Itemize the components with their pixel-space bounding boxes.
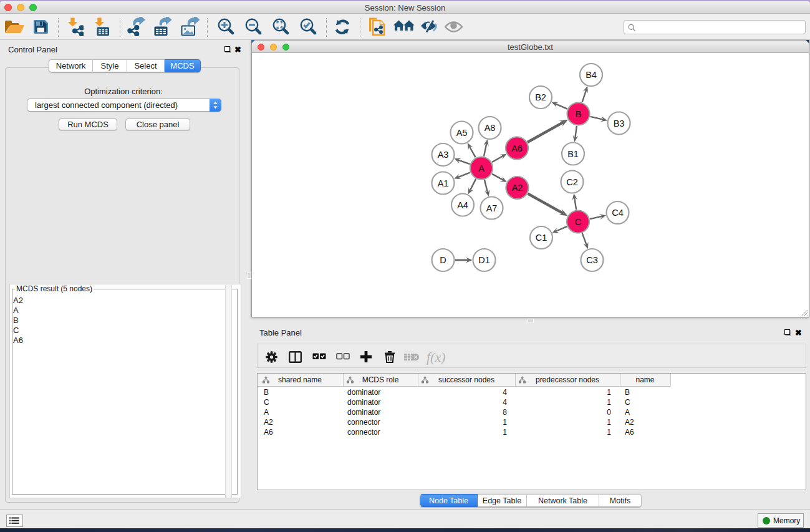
svg-text:C: C [575, 217, 581, 227]
svg-text:B4: B4 [586, 70, 597, 80]
svg-text:C3: C3 [586, 255, 598, 265]
svg-text:B1: B1 [567, 149, 579, 159]
svg-text:C2: C2 [566, 177, 578, 187]
svg-text:A: A [478, 163, 485, 173]
svg-text:B2: B2 [535, 92, 546, 102]
svg-text:A8: A8 [485, 123, 496, 133]
svg-text:C1: C1 [536, 233, 547, 243]
svg-text:B3: B3 [614, 118, 625, 128]
svg-text:A6: A6 [511, 143, 523, 153]
svg-text:D: D [440, 255, 446, 265]
svg-text:D1: D1 [478, 255, 490, 265]
svg-text:A3: A3 [438, 150, 449, 160]
svg-text:C4: C4 [612, 208, 624, 218]
svg-text:A2: A2 [512, 183, 523, 193]
svg-text:A5: A5 [456, 128, 468, 138]
svg-text:B: B [576, 109, 582, 119]
svg-text:A1: A1 [438, 178, 449, 188]
svg-text:A4: A4 [457, 200, 468, 210]
svg-text:A7: A7 [486, 203, 498, 213]
